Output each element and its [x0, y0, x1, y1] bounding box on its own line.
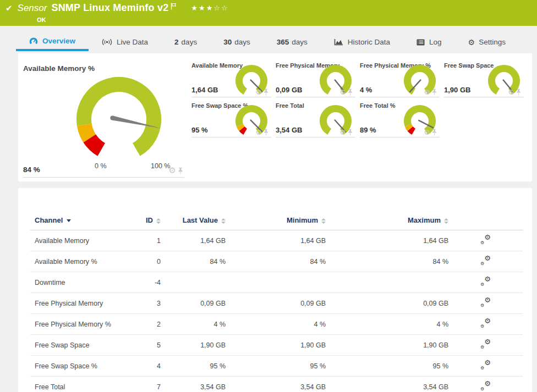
stars-filled: ★★★: [191, 4, 213, 12]
gear-icon[interactable]: ⚙: [508, 89, 514, 96]
priority-stars[interactable]: ★★★☆☆: [191, 4, 228, 12]
live-data-icon: [102, 38, 112, 46]
main-gauge-card: Available Memory % 0 % 100 % 84 % ⚙: [23, 60, 184, 178]
main-gauge-title: Available Memory %: [23, 60, 184, 73]
main-gauge-dial: [76, 77, 161, 162]
channel-settings-icon[interactable]: ⚙⚙: [480, 256, 491, 265]
channel-settings-icon[interactable]: ⚙⚙: [480, 382, 491, 390]
sort-icon: [221, 218, 226, 224]
column-header-last-value[interactable]: Last Value: [161, 211, 226, 230]
tab-live-data[interactable]: Live Data: [89, 33, 161, 51]
column-header-maximum[interactable]: Maximum: [326, 211, 448, 230]
column-header-id[interactable]: ID: [136, 211, 161, 230]
channel-settings-icon[interactable]: ⚙⚙: [480, 298, 491, 307]
tab-365-days[interactable]: 365 days: [264, 33, 321, 51]
table-row: Free Total 7 3,54 GB 3,54 GB 3,54 GB ⚙⚙: [30, 377, 523, 392]
pin-icon[interactable]: [348, 89, 353, 96]
pin-icon[interactable]: [348, 129, 353, 136]
gear-icon[interactable]: ⚙: [424, 129, 430, 136]
channel-settings-icon[interactable]: ⚙⚙: [480, 277, 491, 286]
table-row: Free Physical Memory % 2 4 % 4 % 4 % ⚙⚙: [30, 314, 523, 335]
object-kind-label: Sensor: [18, 3, 47, 14]
column-header-minimum[interactable]: Minimum: [226, 211, 326, 230]
gauge-card-free-physical-memory-pct: Free Physical Memory % 4 % ⚙: [360, 59, 440, 97]
channel-settings-icon[interactable]: ⚙⚙: [480, 235, 491, 244]
table-row: Free Swap Space 5 1,90 GB 1,90 GB 1,90 G…: [30, 335, 523, 356]
gauge-min-label: 0 %: [95, 162, 107, 170]
tab-bar: Overview Live Data 2 days 30 days 365 da…: [16, 33, 537, 51]
sort-desc-icon: [67, 219, 71, 222]
table-row: Free Physical Memory 3 0,09 GB 0,09 GB 0…: [30, 293, 523, 314]
log-icon: [417, 39, 425, 46]
sort-icon: [321, 218, 326, 224]
gear-icon[interactable]: ⚙: [169, 167, 176, 175]
table-row: Available Memory % 0 84 % 84 % 84 % ⚙⚙: [30, 251, 523, 272]
channel-table-panel: Channel ID Last Value Minimum Maximum Av…: [18, 188, 532, 392]
pin-icon[interactable]: [432, 89, 437, 96]
gauge-card-free-swap-space-pct: Free Swap Space % 95 % ⚙: [191, 100, 271, 137]
status-ok-icon: ✔: [6, 3, 13, 13]
column-header-actions: [448, 211, 523, 230]
sort-icon: [156, 218, 161, 224]
gauge-card-free-total: Free Total 3,54 GB ⚙: [276, 100, 355, 137]
column-header-channel[interactable]: Channel: [30, 211, 136, 230]
tab-historic-data[interactable]: Historic Data: [321, 33, 403, 51]
historic-chart-icon: [334, 38, 343, 46]
table-row: Free Swap Space % 4 95 % 95 % 95 % ⚙⚙: [30, 356, 523, 377]
tab-overview[interactable]: Overview: [16, 33, 89, 51]
gauge-card-free-physical-memory: Free Physical Memory 0,09 GB ⚙: [276, 59, 355, 97]
channel-settings-icon[interactable]: ⚙⚙: [480, 340, 491, 349]
sort-icon: [444, 218, 448, 224]
gauge-card-free-swap-space: Free Swap Space 1,90 GB ⚙: [444, 59, 524, 97]
overview-gauges-panel: Available Memory % 0 % 100 % 84 % ⚙ Avai…: [18, 53, 532, 181]
mini-gauge-grid: Available Memory 1,64 GB ⚙ Free Physical…: [191, 59, 524, 137]
table-header-row: Channel ID Last Value Minimum Maximum: [30, 211, 523, 230]
channel-table: Channel ID Last Value Minimum Maximum Av…: [30, 211, 523, 392]
gauge-max-label: 100 %: [151, 162, 170, 170]
stars-empty: ☆☆: [213, 4, 228, 12]
tab-log[interactable]: Log: [403, 33, 455, 51]
gear-icon[interactable]: ⚙: [339, 89, 346, 96]
sensor-header: ✔ Sensor SNMP Linux Meminfo v2 ★★★☆☆ OK: [0, 0, 537, 26]
gear-icon[interactable]: ⚙: [255, 129, 262, 136]
channel-settings-icon[interactable]: ⚙⚙: [480, 361, 491, 369]
tab-2-days[interactable]: 2 days: [161, 33, 210, 51]
gear-icon[interactable]: ⚙: [424, 89, 430, 96]
main-gauge-value: 84 %: [23, 165, 40, 174]
table-row: Available Memory 1 1,64 GB 1,64 GB 1,64 …: [30, 230, 523, 251]
status-badge: OK: [37, 16, 46, 23]
pin-icon[interactable]: [178, 167, 183, 175]
gear-icon: ⚙: [468, 38, 475, 47]
channel-settings-icon[interactable]: ⚙⚙: [480, 319, 491, 328]
tab-settings[interactable]: ⚙ Settings: [455, 33, 519, 51]
gear-icon[interactable]: ⚙: [339, 129, 346, 136]
pin-icon[interactable]: [516, 89, 521, 96]
tab-30-days[interactable]: 30 days: [210, 33, 264, 51]
gauge-icon: [29, 37, 38, 45]
gear-icon[interactable]: ⚙: [255, 89, 262, 96]
gauge-card-available-memory: Available Memory 1,64 GB ⚙: [191, 59, 271, 97]
flag-icon[interactable]: [171, 3, 177, 10]
gauge-card-free-total-pct: Free Total % 89 % ⚙: [360, 100, 440, 137]
page-title: SNMP Linux Meminfo v2: [51, 2, 168, 14]
pin-icon[interactable]: [264, 129, 268, 136]
table-row: Downtime -4 ⚙⚙: [30, 272, 523, 293]
pin-icon[interactable]: [264, 89, 268, 96]
pin-icon[interactable]: [432, 129, 437, 136]
